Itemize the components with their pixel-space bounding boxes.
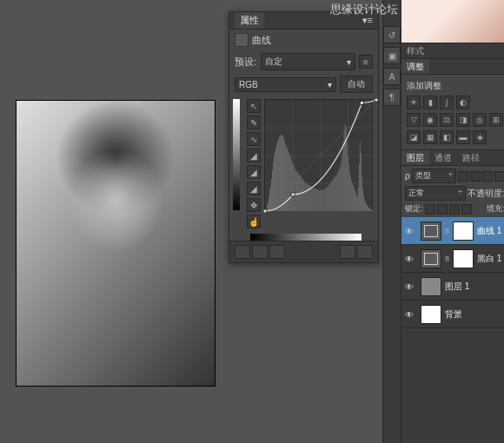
channels-tab[interactable]: 通道 [429,150,457,165]
pencil-tool-icon[interactable]: ✎ [247,116,261,129]
svg-rect-35 [289,155,290,211]
blend-value: 正常 [408,188,424,199]
svg-rect-98 [345,124,346,211]
point-tool-icon[interactable]: ↖ [247,99,261,113]
edit-points-icon[interactable]: ✥ [247,198,261,212]
svg-rect-12 [269,190,270,211]
styles-tab[interactable]: 样式 [401,43,429,58]
layer-item[interactable]: 👁图层 1 [401,273,504,301]
svg-rect-51 [303,181,304,211]
paragraph-icon[interactable]: ¶ [383,89,401,106]
svg-rect-112 [357,197,358,211]
chevron-down-icon: ▾ [347,57,351,67]
layer-item[interactable]: 👁8黑白 1 [401,245,504,273]
auto-button[interactable]: 自动 [340,76,373,93]
clip-to-layer-icon[interactable] [235,245,250,259]
photo-filter-icon[interactable]: ◎ [473,113,487,127]
visibility-eye-icon[interactable]: 👁 [405,255,417,263]
adjustments-grid: 添加调整 ☀ ▮ ∫ ◐ ▽ ◉ ⚖ ◨ ◎ ⊞ ◪ ▦ ◧ ▬ ◈ [401,75,504,149]
adjustments-tab[interactable]: 调整 [401,59,429,74]
lock-pixels-icon[interactable] [437,204,448,215]
target-adjust-icon[interactable]: ☝ [247,215,261,228]
layer-name: 曲线 1 [477,225,501,237]
eyedropper-black-icon[interactable]: ◢ [247,149,261,162]
delete-icon[interactable] [357,245,373,259]
text-icon[interactable]: A [383,68,401,85]
layer-item[interactable]: 👁背景 [401,301,504,328]
kind-filter-dropdown[interactable]: 类型÷ [412,169,456,183]
brightness-icon[interactable]: ☀ [407,96,421,109]
levels-icon[interactable]: ▮ [423,96,437,109]
svg-rect-96 [343,142,344,211]
visibility-eye-icon[interactable]: 👁 [405,282,417,291]
svg-rect-84 [333,180,334,211]
channel-mixer-icon[interactable]: ⊞ [489,113,503,127]
history-icon[interactable]: ↺ [383,26,401,43]
view-previous-icon[interactable] [252,245,268,259]
invert-icon[interactable]: ◪ [407,130,421,144]
vibrance-icon[interactable]: ▽ [407,113,421,127]
channel-dropdown[interactable]: RGB ▾ [235,77,336,92]
posterize-icon[interactable]: ▦ [423,130,437,144]
filter-shape-icon[interactable] [494,171,504,182]
visibility-eye-icon[interactable]: 👁 [405,227,417,235]
svg-rect-92 [340,167,341,211]
reset-icon[interactable] [269,245,285,259]
svg-rect-75 [325,189,326,211]
smooth-tool-icon[interactable]: ∿ [247,132,261,146]
color-balance-icon[interactable]: ⚖ [440,113,454,127]
paths-tab[interactable]: 路径 [457,150,485,165]
eyedropper-gray-icon[interactable]: ◢ [247,165,261,179]
mask-thumb [453,249,474,268]
svg-rect-91 [339,169,340,211]
image-thumb [421,277,441,296]
svg-rect-136 [360,102,363,105]
properties-tab[interactable]: 属性 [235,12,264,29]
canvas-document-image[interactable] [16,100,216,387]
svg-rect-53 [305,183,306,211]
svg-rect-86 [335,177,335,211]
color-swatch-preview[interactable] [401,0,504,43]
svg-rect-24 [280,136,281,211]
svg-rect-38 [292,162,293,211]
gradient-map-icon[interactable]: ▬ [456,130,470,144]
svg-rect-127 [370,208,371,211]
svg-rect-45 [298,174,299,211]
svg-rect-113 [358,188,359,211]
layer-name: 图层 1 [445,281,469,293]
filter-image-icon[interactable] [458,171,468,182]
lock-position-icon[interactable] [449,204,460,215]
preset-dropdown[interactable]: 自定 ▾ [261,53,355,70]
svg-rect-42 [295,170,296,211]
filter-text-icon[interactable] [482,171,493,182]
visibility-eye-icon[interactable]: 👁 [405,310,417,319]
collapsed-panel-strip: ↺ ▣ A ¶ [382,0,401,443]
link-icon: 8 [445,255,449,263]
curves-adj-icon[interactable]: ∫ [440,96,454,109]
filter-adj-icon[interactable] [470,171,481,182]
eyedropper-white-icon[interactable]: ◢ [247,182,261,195]
lock-all-icon[interactable] [461,204,472,215]
layer-item[interactable]: 👁8曲线 1 [401,217,504,245]
lock-transparent-icon[interactable] [425,204,435,215]
hue-icon[interactable]: ◉ [423,113,437,127]
svg-rect-11 [269,197,269,211]
curve-graph[interactable] [264,99,373,210]
svg-rect-40 [294,167,295,211]
svg-rect-22 [278,139,279,211]
preset-menu-icon[interactable]: ≡ [359,55,373,69]
threshold-icon[interactable]: ◧ [440,130,454,144]
bw-icon[interactable]: ◨ [456,113,470,127]
svg-rect-71 [322,190,322,211]
blend-mode-dropdown[interactable]: 正常÷ [405,186,466,201]
channel-value: RGB [239,80,258,89]
svg-rect-101 [348,155,348,211]
layers-tab[interactable]: 图层 [401,150,429,165]
exposure-icon[interactable]: ◐ [456,96,470,109]
svg-rect-100 [347,142,348,211]
selective-color-icon[interactable]: ◈ [473,130,487,144]
actions-icon[interactable]: ▣ [383,47,401,64]
svg-rect-76 [326,188,327,211]
toggle-visibility-icon[interactable] [340,245,355,259]
svg-rect-64 [315,189,315,211]
